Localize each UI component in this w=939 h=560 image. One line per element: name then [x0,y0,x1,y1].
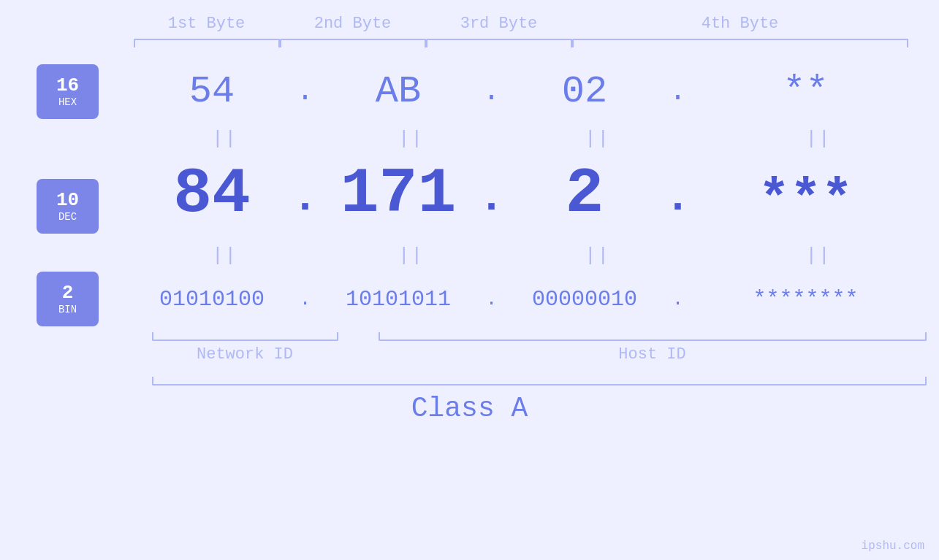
hex-dot-1: . [285,75,325,108]
class-a-label: Class A [411,393,528,424]
hex-row: 16 HEX 54 . AB . 02 . ** [0,58,939,124]
dec-v2: 171 [325,158,471,230]
dec-label-box: 10 DEC [37,179,99,234]
dec-dot-3: . [658,173,698,230]
class-bracket-line [152,377,927,386]
bin-dot-1: . [285,288,325,310]
equals-2: || [338,128,484,150]
dec-dot-2: . [471,173,512,230]
bin-v4: ******** [698,287,913,312]
hex-v2: AB [325,70,471,113]
bin-v1: 01010100 [139,287,285,312]
hex-dot-2: . [471,75,512,108]
byte-header-3: 3rd Byte [426,15,572,33]
bracket-1 [134,39,280,47]
byte-header-1: 1st Byte [134,15,280,33]
equals-6: || [338,245,484,266]
bracket-3 [426,39,572,47]
equals-1: || [152,128,298,150]
equals-row-1: || || || || [152,124,927,153]
dec-v3: 2 [512,158,658,230]
dec-row: 10 DEC 84 . 171 . 2 . *** [0,153,939,241]
bin-row: 2 BIN 01010100 . 10101011 . 00000010 . *… [0,270,939,329]
bin-v2: 10101011 [325,287,471,312]
equals-row-2: || || || || [152,241,927,270]
main-container: 1st Byte 2nd Byte 3rd Byte 4th Byte 16 H… [0,0,939,560]
bin-dot-3: . [658,288,698,310]
equals-3: || [525,128,671,150]
hex-v3: 02 [512,70,658,113]
hex-label-box: 16 HEX [37,64,99,119]
bracket-4 [572,39,908,47]
bottom-brackets [152,332,927,341]
equals-7: || [525,245,671,266]
dec-values: 84 . 171 . 2 . *** [139,158,913,234]
dec-v4: *** [698,170,913,230]
equals-5: || [152,245,298,266]
bin-label-box: 2 BIN [37,272,99,326]
dec-dot-1: . [285,173,325,230]
bin-base-text: BIN [58,304,77,315]
hex-base-number: 16 [56,75,79,96]
hex-values: 54 . AB . 02 . ** [139,70,913,113]
class-bracket [152,377,927,386]
dec-v1: 84 [139,158,285,230]
dec-base-number: 10 [56,190,79,211]
top-brackets [134,39,908,47]
bin-base-number: 2 [62,283,74,304]
equals-4: || [711,128,927,150]
bin-values: 01010100 . 10101011 . 00000010 . *******… [139,287,913,312]
id-labels: Network ID Host ID [152,345,927,364]
hex-dot-3: . [658,75,698,108]
byte-header-4: 4th Byte [572,15,908,33]
hex-v1: 54 [139,70,285,113]
host-bracket [379,332,927,341]
dec-base-text: DEC [58,211,77,223]
byte-header-2: 2nd Byte [280,15,426,33]
class-a-row: Class A [0,393,939,424]
hex-base-text: HEX [58,96,77,108]
network-id-label: Network ID [152,345,338,364]
network-bracket [152,332,338,341]
bin-dot-2: . [471,288,512,310]
equals-8: || [711,245,927,266]
bin-v3: 00000010 [512,287,658,312]
watermark: ipshu.com [862,540,924,553]
byte-headers: 1st Byte 2nd Byte 3rd Byte 4th Byte [134,15,908,33]
bracket-2 [280,39,426,47]
host-id-label: Host ID [379,345,927,364]
hex-v4: ** [698,70,913,113]
